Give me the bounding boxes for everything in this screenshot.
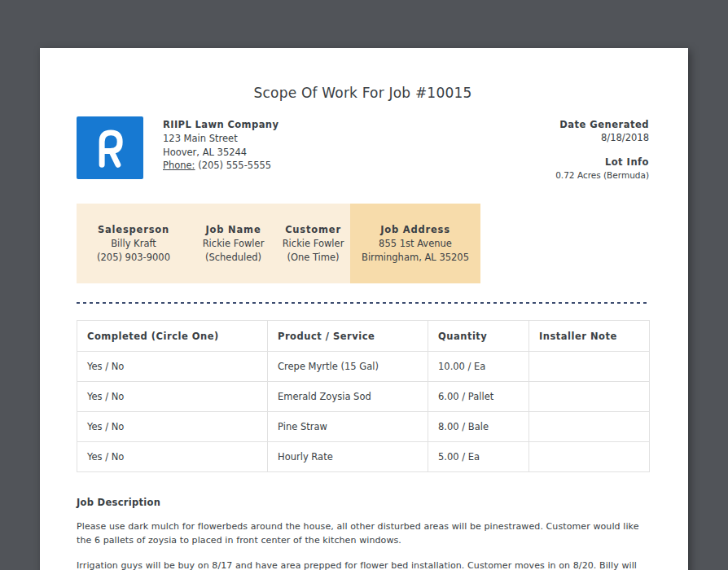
cell-product: Emerald Zoysia Sod [268,382,428,412]
cell-installer-note [529,352,650,382]
date-generated-value: 8/18/2018 [555,131,649,145]
customer-label: Customer [285,223,341,236]
document-meta: Date Generated 8/18/2018 Lot Info 0.72 A… [555,116,649,182]
company-name: RIIPL Lawn Company [163,118,278,132]
lot-info-label: Lot Info [555,156,649,169]
cell-installer-note [529,382,650,412]
company-info: RIIPL Lawn Company 123 Main Street Hoove… [163,116,278,173]
cell-installer-note [529,412,650,442]
document-header: RIIPL Lawn Company 123 Main Street Hoove… [77,116,649,182]
table-row: Yes / No Crepe Myrtle (15 Gal) 10.00 / E… [77,352,650,382]
customer-type: (One Time) [287,251,339,265]
cell-quantity: 8.00 / Bale [428,412,529,442]
job-info-salesperson: Salesperson Billy Kraft (205) 903-9000 [77,204,191,283]
company-address-line2: Hoover, AL 35244 [163,146,278,160]
job-name-label: Job Name [206,223,261,236]
job-address-label: Job Address [380,223,450,236]
header-product-service: Product / Service [268,321,428,352]
cell-product: Crepe Myrtle (15 Gal) [268,352,428,382]
job-description-heading: Job Description [77,497,649,508]
page-title: Scope Of Work For Job #10015 [77,83,649,103]
job-info-job-address: Job Address 855 1st Avenue Birmingham, A… [350,204,480,283]
cell-completed: Yes / No [77,412,268,442]
salesperson-label: Salesperson [98,223,169,236]
table-row: Yes / No Emerald Zoysia Sod 6.00 / Palle… [77,382,650,412]
salesperson-name: Billy Kraft [111,237,156,251]
cell-quantity: 5.00 / Ea [428,442,529,472]
job-name-value: Rickie Fowler [203,237,265,251]
job-info-job-name: Job Name Rickie Fowler (Scheduled) [191,204,276,283]
company-address-line1: 123 Main Street [163,132,278,146]
company-phone: Phone: (205) 555-5555 [163,159,278,173]
job-description-paragraph-2: Irrigation guys will be buy on 8/17 and … [77,559,649,570]
lot-info-value: 0.72 Acres (Bermuda) [555,169,649,182]
dashed-divider [77,302,649,304]
job-name-status: (Scheduled) [205,251,261,265]
job-info-band: Salesperson Billy Kraft (205) 903-9000 J… [77,204,480,283]
cell-product: Hourly Rate [268,442,428,472]
company-logo [77,116,143,179]
document-page: Scope Of Work For Job #10015 RIIPL Lawn … [40,48,688,570]
job-address-line2: Birmingham, AL 35205 [362,251,469,265]
scope-of-work-table: Completed (Circle One) Product / Service… [77,320,650,472]
cell-quantity: 10.00 / Ea [428,352,529,382]
cell-installer-note [529,442,650,472]
salesperson-phone: (205) 903-9000 [97,251,170,265]
cell-completed: Yes / No [77,352,268,382]
cell-product: Pine Straw [268,412,428,442]
job-description-paragraph-1: Please use dark mulch for flowerbeds aro… [77,520,649,547]
phone-value: (205) 555-5555 [195,160,272,171]
header-quantity: Quantity [428,321,529,352]
logo-r-icon [86,125,134,172]
cell-quantity: 6.00 / Pallet [428,382,529,412]
header-installer-note: Installer Note [529,321,650,352]
header-completed: Completed (Circle One) [77,321,268,352]
phone-label: Phone: [163,160,195,171]
cell-completed: Yes / No [77,382,268,412]
table-row: Yes / No Pine Straw 8.00 / Bale [77,412,650,442]
customer-name: Rickie Fowler [283,237,344,251]
cell-completed: Yes / No [77,442,268,472]
job-address-line1: 855 1st Avenue [379,237,452,251]
table-header-row: Completed (Circle One) Product / Service… [77,321,650,352]
job-info-customer: Customer Rickie Fowler (One Time) [276,204,350,283]
table-row: Yes / No Hourly Rate 5.00 / Ea [77,442,650,472]
date-generated-label: Date Generated [555,118,649,131]
